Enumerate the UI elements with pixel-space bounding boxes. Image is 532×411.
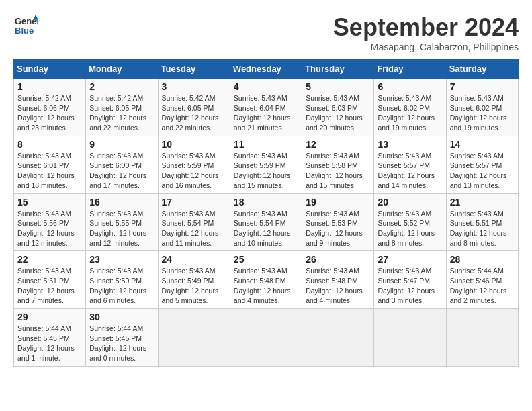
day-number: 11 — [234, 139, 298, 150]
calendar-cell: 10Sunrise: 5:43 AM Sunset: 5:59 PM Dayli… — [158, 136, 230, 193]
col-header-tuesday: Tuesday — [158, 60, 230, 79]
day-info: Sunrise: 5:43 AM Sunset: 5:55 PM Dayligh… — [89, 209, 154, 248]
day-info: Sunrise: 5:43 AM Sunset: 5:56 PM Dayligh… — [17, 209, 82, 248]
day-info: Sunrise: 5:42 AM Sunset: 6:06 PM Dayligh… — [17, 93, 82, 133]
col-header-thursday: Thursday — [302, 60, 374, 79]
day-info: Sunrise: 5:43 AM Sunset: 5:54 PM Dayligh… — [234, 209, 298, 248]
day-info: Sunrise: 5:42 AM Sunset: 6:05 PM Dayligh… — [89, 93, 154, 133]
day-number: 30 — [89, 312, 154, 322]
day-number: 21 — [450, 197, 515, 208]
day-number: 7 — [450, 81, 515, 92]
day-number: 10 — [162, 139, 226, 150]
calendar-cell: 1Sunrise: 5:42 AM Sunset: 6:06 PM Daylig… — [14, 79, 86, 136]
calendar-cell: 12Sunrise: 5:43 AM Sunset: 5:58 PM Dayli… — [302, 136, 374, 193]
calendar-cell: 3Sunrise: 5:42 AM Sunset: 6:05 PM Daylig… — [158, 79, 230, 136]
day-info: Sunrise: 5:43 AM Sunset: 5:48 PM Dayligh… — [306, 266, 370, 306]
calendar-cell: 22Sunrise: 5:43 AM Sunset: 5:51 PM Dayli… — [14, 251, 86, 309]
day-number: 8 — [17, 139, 82, 150]
calendar-cell — [374, 309, 446, 367]
day-info: Sunrise: 5:43 AM Sunset: 5:49 PM Dayligh… — [162, 266, 226, 306]
day-number: 25 — [234, 254, 298, 265]
col-header-friday: Friday — [374, 60, 446, 79]
calendar-cell: 7Sunrise: 5:43 AM Sunset: 6:02 PM Daylig… — [446, 79, 518, 136]
day-info: Sunrise: 5:43 AM Sunset: 5:59 PM Dayligh… — [162, 151, 226, 191]
calendar-cell — [302, 309, 374, 367]
day-number: 14 — [450, 139, 515, 150]
calendar-cell — [230, 309, 302, 367]
day-info: Sunrise: 5:42 AM Sunset: 6:05 PM Dayligh… — [162, 93, 226, 133]
calendar-table: SundayMondayTuesdayWednesdayThursdayFrid… — [13, 59, 519, 367]
day-number: 9 — [89, 139, 154, 150]
location-title: Masapang, Calabarzon, Philippines — [333, 42, 519, 52]
calendar-cell: 21Sunrise: 5:43 AM Sunset: 5:51 PM Dayli… — [446, 193, 518, 251]
day-info: Sunrise: 5:43 AM Sunset: 6:04 PM Dayligh… — [234, 93, 298, 133]
calendar-cell: 23Sunrise: 5:43 AM Sunset: 5:50 PM Dayli… — [86, 251, 158, 309]
calendar-cell: 24Sunrise: 5:43 AM Sunset: 5:49 PM Dayli… — [158, 251, 230, 309]
calendar-cell: 19Sunrise: 5:43 AM Sunset: 5:53 PM Dayli… — [302, 193, 374, 251]
calendar-cell: 2Sunrise: 5:42 AM Sunset: 6:05 PM Daylig… — [86, 79, 158, 136]
day-number: 19 — [306, 197, 370, 208]
logo-icon: General Blue — [13, 13, 38, 38]
day-number: 17 — [162, 197, 226, 208]
day-info: Sunrise: 5:43 AM Sunset: 5:53 PM Dayligh… — [306, 209, 370, 248]
calendar-cell: 8Sunrise: 5:43 AM Sunset: 6:01 PM Daylig… — [14, 136, 86, 193]
col-header-monday: Monday — [86, 60, 158, 79]
day-number: 2 — [89, 81, 154, 92]
day-info: Sunrise: 5:43 AM Sunset: 5:59 PM Dayligh… — [234, 151, 298, 191]
day-info: Sunrise: 5:43 AM Sunset: 6:02 PM Dayligh… — [378, 93, 442, 133]
day-number: 12 — [306, 139, 370, 150]
calendar-cell: 27Sunrise: 5:43 AM Sunset: 5:47 PM Dayli… — [374, 251, 446, 309]
day-info: Sunrise: 5:43 AM Sunset: 6:00 PM Dayligh… — [89, 151, 154, 191]
calendar-cell: 11Sunrise: 5:43 AM Sunset: 5:59 PM Dayli… — [230, 136, 302, 193]
day-info: Sunrise: 5:43 AM Sunset: 5:57 PM Dayligh… — [450, 151, 515, 191]
day-info: Sunrise: 5:43 AM Sunset: 5:47 PM Dayligh… — [378, 266, 442, 306]
day-number: 24 — [162, 254, 226, 265]
calendar-cell: 29Sunrise: 5:44 AM Sunset: 5:45 PM Dayli… — [14, 309, 86, 367]
col-header-saturday: Saturday — [446, 60, 518, 79]
calendar-cell — [158, 309, 230, 367]
calendar-cell: 14Sunrise: 5:43 AM Sunset: 5:57 PM Dayli… — [446, 136, 518, 193]
calendar-week-1: 1Sunrise: 5:42 AM Sunset: 6:06 PM Daylig… — [14, 79, 519, 136]
day-number: 22 — [17, 254, 82, 265]
day-number: 29 — [17, 312, 82, 322]
day-info: Sunrise: 5:43 AM Sunset: 5:48 PM Dayligh… — [234, 266, 298, 306]
col-header-wednesday: Wednesday — [230, 60, 302, 79]
day-number: 18 — [234, 197, 298, 208]
title-area: September 2024 Masapang, Calabarzon, Phi… — [333, 13, 519, 52]
day-info: Sunrise: 5:43 AM Sunset: 5:50 PM Dayligh… — [89, 266, 154, 306]
day-number: 27 — [378, 254, 442, 265]
day-number: 28 — [450, 254, 515, 265]
header: General Blue September 2024 Masapang, Ca… — [13, 13, 519, 52]
day-number: 6 — [378, 81, 442, 92]
calendar-week-4: 22Sunrise: 5:43 AM Sunset: 5:51 PM Dayli… — [14, 251, 519, 309]
col-header-sunday: Sunday — [14, 60, 86, 79]
day-info: Sunrise: 5:44 AM Sunset: 5:45 PM Dayligh… — [89, 324, 154, 363]
calendar-cell: 30Sunrise: 5:44 AM Sunset: 5:45 PM Dayli… — [86, 309, 158, 367]
calendar-cell: 20Sunrise: 5:43 AM Sunset: 5:52 PM Dayli… — [374, 193, 446, 251]
day-number: 5 — [306, 81, 370, 92]
day-number: 23 — [89, 254, 154, 265]
day-info: Sunrise: 5:43 AM Sunset: 5:52 PM Dayligh… — [378, 209, 442, 248]
calendar-cell: 18Sunrise: 5:43 AM Sunset: 5:54 PM Dayli… — [230, 193, 302, 251]
logo: General Blue — [13, 13, 38, 38]
day-info: Sunrise: 5:43 AM Sunset: 6:02 PM Dayligh… — [450, 93, 515, 133]
day-info: Sunrise: 5:43 AM Sunset: 5:51 PM Dayligh… — [17, 266, 82, 306]
day-number: 1 — [17, 81, 82, 92]
calendar-cell: 9Sunrise: 5:43 AM Sunset: 6:00 PM Daylig… — [86, 136, 158, 193]
day-number: 15 — [17, 197, 82, 208]
calendar-cell: 25Sunrise: 5:43 AM Sunset: 5:48 PM Dayli… — [230, 251, 302, 309]
calendar-cell: 5Sunrise: 5:43 AM Sunset: 6:03 PM Daylig… — [302, 79, 374, 136]
day-info: Sunrise: 5:43 AM Sunset: 5:57 PM Dayligh… — [378, 151, 442, 191]
svg-text:Blue: Blue — [15, 26, 34, 36]
calendar-cell: 28Sunrise: 5:44 AM Sunset: 5:46 PM Dayli… — [446, 251, 518, 309]
day-number: 20 — [378, 197, 442, 208]
calendar-week-2: 8Sunrise: 5:43 AM Sunset: 6:01 PM Daylig… — [14, 136, 519, 193]
day-info: Sunrise: 5:44 AM Sunset: 5:45 PM Dayligh… — [17, 324, 82, 363]
day-info: Sunrise: 5:43 AM Sunset: 6:03 PM Dayligh… — [306, 93, 370, 133]
day-number: 26 — [306, 254, 370, 265]
day-info: Sunrise: 5:43 AM Sunset: 5:58 PM Dayligh… — [306, 151, 370, 191]
day-info: Sunrise: 5:43 AM Sunset: 6:01 PM Dayligh… — [17, 151, 82, 191]
calendar-cell: 13Sunrise: 5:43 AM Sunset: 5:57 PM Dayli… — [374, 136, 446, 193]
month-title: September 2024 — [333, 13, 519, 42]
day-info: Sunrise: 5:43 AM Sunset: 5:54 PM Dayligh… — [162, 209, 226, 248]
